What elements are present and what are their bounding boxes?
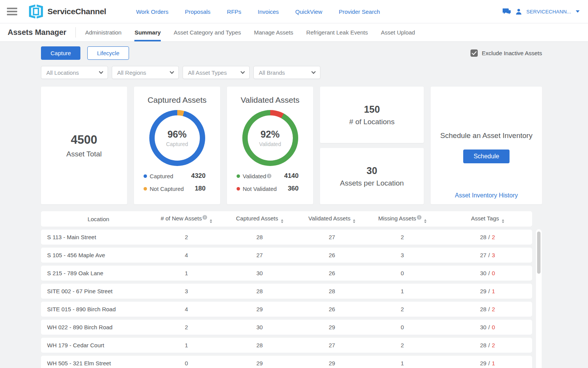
tags-separator: / <box>488 288 490 294</box>
nav-link[interactable]: RFPs <box>227 8 242 15</box>
nav-link[interactable]: Proposals <box>185 8 211 15</box>
nav-link[interactable]: QuickView <box>295 8 322 15</box>
table-row[interactable]: SITE 015 - 890 Birch Road 4 29 26 2 28/2 <box>41 302 532 317</box>
tags-total: 29 <box>480 360 487 366</box>
sort-icon[interactable] <box>502 219 504 223</box>
captured-percent: 96% <box>167 129 186 140</box>
cell-missing-assets: 1 <box>362 288 443 294</box>
account-dropdown-caret-icon[interactable] <box>576 10 580 13</box>
table-row[interactable]: S 113 - Main Street 2 28 27 2 28/2 <box>41 230 532 245</box>
table-row[interactable]: WH 179 - Cedar Court 1 28 27 2 28/2 <box>41 338 532 353</box>
tags-missing: 1 <box>492 360 495 366</box>
column-label: Captured Assets <box>236 215 278 222</box>
module-tab[interactable]: Refrigerant Leak Events <box>306 23 368 41</box>
cell-asset-tags: 28/2 <box>443 306 532 312</box>
exclude-inactive-checkbox[interactable] <box>470 49 478 57</box>
module-tab[interactable]: Summary <box>134 23 160 41</box>
module-tab[interactable]: Manage Assets <box>254 23 294 41</box>
cell-missing-assets: 0 <box>362 324 443 330</box>
table-row[interactable]: WH 022 - 890 Birch Road 2 30 29 0 30/0 <box>41 320 532 335</box>
module-tab[interactable]: Asset Category and Types <box>174 23 241 41</box>
page: ServiceChannel Work OrdersProposalsRFPsI… <box>0 0 588 368</box>
cell-location: WH 022 - 890 Birch Road <box>41 324 156 330</box>
tags-total: 28 <box>480 234 487 240</box>
servicechannel-logo[interactable]: ServiceChannel <box>28 4 106 19</box>
table-row[interactable]: WH 505 - 321 Elm Street 0 29 29 1 29/1 <box>41 356 532 368</box>
captured-assets-card: Captured Assets 96% Captured Captured <box>134 87 220 204</box>
info-icon[interactable] <box>267 174 271 178</box>
capture-button[interactable]: Capture <box>41 46 80 60</box>
module-tab[interactable]: Administration <box>85 23 121 41</box>
filter-dropdown[interactable]: All Regions <box>112 66 179 79</box>
servicechannel-logo-icon <box>28 4 44 19</box>
legend-value: 4140 <box>284 172 299 180</box>
legend-item: Captured 4320 <box>144 172 206 180</box>
info-icon[interactable] <box>417 215 421 220</box>
tags-total: 28 <box>480 306 487 312</box>
cell-captured-assets: 28 <box>217 342 302 348</box>
sort-icon[interactable] <box>210 219 212 223</box>
table-column-header[interactable]: Missing Assets <box>362 215 443 223</box>
validated-percent: 92% <box>260 129 279 140</box>
chevron-down-icon <box>99 69 103 74</box>
cell-missing-assets: 2 <box>362 342 443 348</box>
tags-missing: 1 <box>492 288 495 294</box>
donut-center: 92% Validated <box>242 110 298 166</box>
lifecycle-button[interactable]: Lifecycle <box>87 46 129 60</box>
sort-icon[interactable] <box>353 219 355 223</box>
locations-table: Location # of New Assets Captured Assets… <box>41 211 532 368</box>
tags-separator: / <box>488 306 490 312</box>
chevron-down-icon <box>170 69 174 74</box>
user-icon[interactable] <box>516 8 522 15</box>
table-column-header[interactable]: Captured Assets <box>217 215 302 223</box>
cell-asset-tags: 27/3 <box>443 252 532 258</box>
nav-link[interactable]: Invoices <box>258 8 279 15</box>
captured-percent-label: Captured <box>166 141 188 147</box>
info-icon[interactable] <box>203 215 207 220</box>
assets-per-location-card: 30 Assets per Location <box>320 148 424 204</box>
nav-link[interactable]: Work Orders <box>136 8 168 15</box>
chat-icon[interactable] <box>503 8 511 15</box>
module-tab[interactable]: Asset Upload <box>381 23 415 41</box>
filter-dropdown-label: All Brands <box>259 69 285 76</box>
divider <box>75 27 76 38</box>
validated-legend: Validated 4140 Not Validated 360 <box>227 172 313 197</box>
filter-dropdown[interactable]: All Asset Types <box>183 66 250 79</box>
sort-icon[interactable] <box>281 219 283 223</box>
table-row[interactable]: S 105 - 456 Maple Ave 4 27 26 3 27/3 <box>41 248 532 263</box>
table-header-row: Location # of New Assets Captured Assets… <box>41 211 532 227</box>
table-scrollbar-track[interactable] <box>536 229 542 368</box>
validated-percent-label: Validated <box>259 141 281 147</box>
cell-asset-tags: 30/0 <box>443 324 532 330</box>
filter-dropdown[interactable]: All Locations <box>41 66 108 79</box>
table-column-header[interactable]: Asset Tags <box>443 215 532 223</box>
view-toggle-group: Capture Lifecycle <box>41 46 129 60</box>
captured-assets-donut-chart: 96% Captured <box>149 110 205 166</box>
account-name[interactable]: SERVICECHANN... <box>526 9 571 15</box>
filter-dropdown-label: All Asset Types <box>188 69 227 76</box>
asset-inventory-history-link[interactable]: Asset Inventory History <box>455 192 518 199</box>
sort-icon[interactable] <box>424 219 426 223</box>
cell-captured-assets: 29 <box>217 360 302 366</box>
nav-link[interactable]: Provider Search <box>339 8 380 15</box>
cell-new-assets: 4 <box>156 252 217 258</box>
locations-value: 150 <box>364 104 380 115</box>
hamburger-menu-icon[interactable] <box>7 8 17 15</box>
primary-nav: Work OrdersProposalsRFPsInvoicesQuickVie… <box>136 8 380 15</box>
filter-dropdown[interactable]: All Brands <box>253 66 320 79</box>
cell-location: WH 505 - 321 Elm Street <box>41 360 156 366</box>
exclude-inactive-label: Exclude Inactive Assets <box>482 50 542 56</box>
legend-value: 4320 <box>191 172 206 180</box>
table-column-header[interactable]: # of New Assets <box>156 215 217 223</box>
table-column-header[interactable]: Validated Assets <box>302 215 362 223</box>
table-row[interactable]: SITE 002 - 67 Pine Street 3 28 28 1 29/1 <box>41 284 532 299</box>
table-column-header[interactable]: Location <box>41 216 156 222</box>
table-row[interactable]: S 215 - 789 Oak Lane 1 30 26 0 30/0 <box>41 266 532 281</box>
cell-missing-assets: 3 <box>362 252 443 258</box>
legend-value: 360 <box>288 185 299 192</box>
legend-dot <box>237 187 240 191</box>
cell-validated-assets: 28 <box>302 288 362 294</box>
legend-dot <box>144 187 147 191</box>
table-scrollbar-thumb[interactable] <box>537 232 541 274</box>
schedule-button[interactable]: Schedule <box>463 150 510 163</box>
